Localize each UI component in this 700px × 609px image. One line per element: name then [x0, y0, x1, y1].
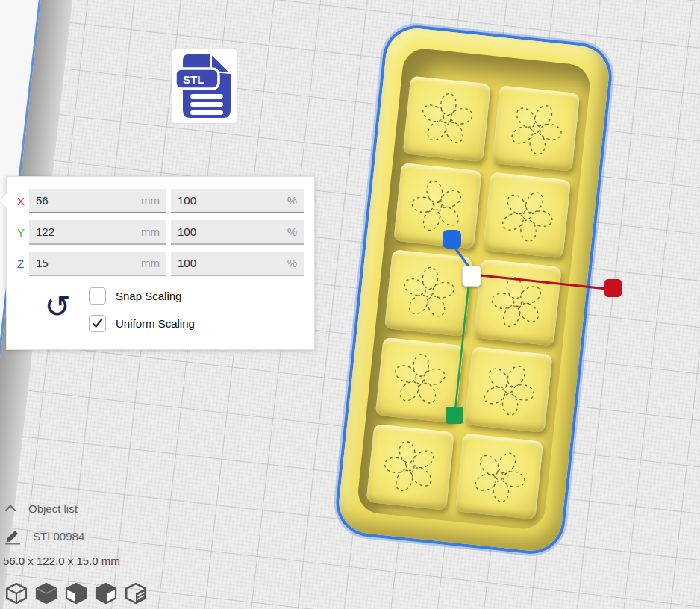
- edit-pencil-icon: [4, 527, 22, 548]
- scale-y-mm-input[interactable]: [29, 220, 166, 245]
- scale-y-percent-input[interactable]: [171, 220, 304, 245]
- axis-y-label: Y: [17, 226, 25, 239]
- chevron-up-icon: [4, 504, 16, 513]
- axis-z-label: Z: [17, 257, 24, 270]
- scale-handle-z[interactable]: [443, 230, 461, 249]
- mold-cell: [384, 250, 472, 337]
- object-list-collapse-button[interactable]: [4, 502, 16, 516]
- scale-z-percent-input[interactable]: [171, 252, 304, 276]
- scale-handle-y[interactable]: [446, 407, 463, 424]
- mold-cell: [492, 85, 580, 172]
- reset-scale-icon[interactable]: ↺: [40, 287, 75, 326]
- scale-x-percent-input[interactable]: [171, 189, 304, 213]
- panel-notch: [0, 193, 15, 210]
- model-dimensions-label: 56.0 x 122.0 x 15.0 mm: [3, 555, 120, 567]
- scale-tool-panel: X mm % Y mm % Z mm % ↺ Snap Scaling Unif…: [6, 176, 315, 350]
- scale-row-x: X mm %: [16, 189, 311, 213]
- object-list-item[interactable]: STL00984: [33, 530, 84, 543]
- uniform-scaling-label: Uniform Scaling: [116, 317, 195, 330]
- tray-recess: [356, 47, 592, 531]
- mold-cell: [473, 259, 561, 346]
- scale-x-mm-input[interactable]: [29, 189, 166, 213]
- snap-scaling-label: Snap Scaling: [116, 290, 181, 302]
- view-front-icon[interactable]: [64, 581, 88, 605]
- mold-cell: [393, 163, 481, 249]
- scale-row-y: Y mm %: [16, 220, 311, 245]
- 3d-viewport[interactable]: STL X mm % Y mm % Z mm % ↺: [0, 0, 700, 609]
- view-right-icon[interactable]: [124, 581, 148, 605]
- scale-handle-x[interactable]: [604, 279, 622, 297]
- view-solid-icon[interactable]: [34, 581, 58, 605]
- stl-file-icon: STL: [172, 49, 237, 123]
- stl-badge-label: STL: [183, 73, 204, 86]
- uniform-scaling-checkbox[interactable]: [89, 315, 106, 332]
- view-3d-icon[interactable]: [4, 581, 28, 605]
- view-left-icon[interactable]: [94, 581, 118, 605]
- mold-cell: [402, 76, 490, 163]
- scale-z-mm-input[interactable]: [29, 252, 166, 276]
- scale-row-z: Z mm %: [16, 252, 311, 276]
- object-list-title[interactable]: Object list: [28, 502, 78, 515]
- scale-handle-center[interactable]: [462, 266, 481, 287]
- mold-cell: [366, 424, 454, 510]
- axis-x-label: X: [17, 195, 25, 207]
- mold-cell: [455, 433, 543, 519]
- mold-cell: [483, 172, 571, 259]
- camera-view-toolbar: [4, 581, 148, 605]
- checkmark-icon: [92, 319, 103, 328]
- mold-cell: [464, 346, 552, 433]
- snap-scaling-checkbox[interactable]: [89, 287, 106, 304]
